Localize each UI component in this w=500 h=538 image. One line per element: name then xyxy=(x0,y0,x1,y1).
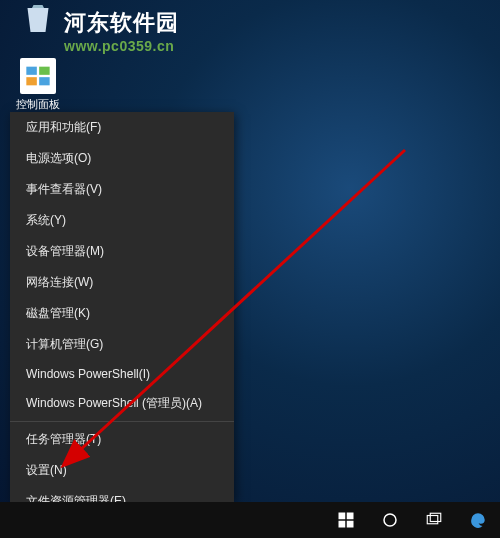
menu-system[interactable]: 系统(Y) xyxy=(10,205,234,236)
recycle-bin-icon xyxy=(18,0,58,40)
menu-label: 应用和功能(F) xyxy=(26,119,101,136)
control-panel-icon xyxy=(20,58,56,94)
task-view-button[interactable] xyxy=(412,502,456,538)
menu-apps-features[interactable]: 应用和功能(F) xyxy=(10,112,234,143)
menu-device-manager[interactable]: 设备管理器(M) xyxy=(10,236,234,267)
menu-powershell[interactable]: Windows PowerShell(I) xyxy=(10,360,234,388)
watermark: 河东软件园 www.pc0359.cn xyxy=(64,8,179,54)
menu-label: Windows PowerShell (管理员)(A) xyxy=(26,395,202,412)
svg-rect-11 xyxy=(430,513,441,521)
svg-rect-2 xyxy=(26,77,36,85)
menu-label: 设备管理器(M) xyxy=(26,243,104,260)
menu-label: 磁盘管理(K) xyxy=(26,305,90,322)
menu-label: 计算机管理(G) xyxy=(26,336,103,353)
menu-powershell-admin[interactable]: Windows PowerShell (管理员)(A) xyxy=(10,388,234,419)
menu-label: 网络连接(W) xyxy=(26,274,93,291)
menu-separator xyxy=(10,421,234,422)
watermark-url: www.pc0359.cn xyxy=(64,38,179,54)
menu-label: 电源选项(O) xyxy=(26,150,91,167)
svg-rect-5 xyxy=(339,513,346,520)
svg-point-9 xyxy=(384,514,396,526)
svg-rect-10 xyxy=(427,516,438,524)
winx-menu: 应用和功能(F) 电源选项(O) 事件查看器(V) 系统(Y) 设备管理器(M)… xyxy=(10,112,234,502)
menu-network-connections[interactable]: 网络连接(W) xyxy=(10,267,234,298)
svg-rect-0 xyxy=(26,67,36,75)
menu-power-options[interactable]: 电源选项(O) xyxy=(10,143,234,174)
svg-rect-1 xyxy=(39,67,49,75)
menu-label: 系统(Y) xyxy=(26,212,66,229)
menu-disk-management[interactable]: 磁盘管理(K) xyxy=(10,298,234,329)
svg-rect-8 xyxy=(347,521,354,528)
menu-label: Windows PowerShell(I) xyxy=(26,367,150,381)
desktop-icon-control-panel[interactable]: 控制面板 xyxy=(10,58,65,112)
desktop-icon-label: 控制面板 xyxy=(10,97,65,112)
menu-label: 任务管理器(T) xyxy=(26,431,101,448)
menu-task-manager[interactable]: 任务管理器(T) xyxy=(10,424,234,455)
menu-label: 事件查看器(V) xyxy=(26,181,102,198)
menu-label: 设置(N) xyxy=(26,462,67,479)
cortana-button[interactable] xyxy=(368,502,412,538)
svg-rect-7 xyxy=(339,521,346,528)
desktop-icon-recycle-bin[interactable] xyxy=(10,0,65,43)
svg-rect-6 xyxy=(347,513,354,520)
edge-button[interactable] xyxy=(456,502,500,538)
menu-settings[interactable]: 设置(N) xyxy=(10,455,234,486)
menu-computer-management[interactable]: 计算机管理(G) xyxy=(10,329,234,360)
start-button[interactable] xyxy=(324,502,368,538)
menu-event-viewer[interactable]: 事件查看器(V) xyxy=(10,174,234,205)
svg-rect-3 xyxy=(39,77,49,85)
watermark-title: 河东软件园 xyxy=(64,8,179,38)
taskbar xyxy=(0,502,500,538)
